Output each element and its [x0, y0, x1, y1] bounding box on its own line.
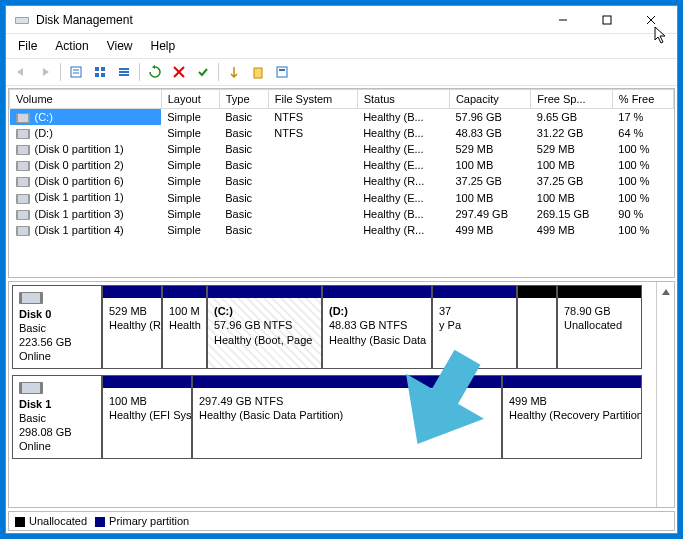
partition[interactable] [517, 285, 557, 369]
svg-rect-9 [95, 67, 99, 71]
volume-icon [16, 194, 30, 204]
new-button[interactable] [247, 61, 269, 83]
back-button[interactable] [10, 61, 32, 83]
menu-view[interactable]: View [99, 36, 141, 56]
svg-rect-11 [95, 73, 99, 77]
partition[interactable]: 78.90 GBUnallocated [557, 285, 642, 369]
maximize-button[interactable] [585, 6, 629, 34]
svg-rect-1 [16, 18, 28, 23]
disk-icon [19, 382, 43, 394]
table-row[interactable]: (Disk 0 partition 6)SimpleBasicHealthy (… [10, 173, 674, 189]
partition[interactable]: 100 MBHealthy (EFI System [102, 375, 192, 459]
volume-icon [16, 161, 30, 171]
volume-list-pane[interactable]: VolumeLayoutTypeFile SystemStatusCapacit… [8, 88, 675, 278]
disk-icon [19, 292, 43, 304]
menubar: File Action View Help [6, 34, 677, 58]
table-row[interactable]: (Disk 1 partition 4)SimpleBasicHealthy (… [10, 222, 674, 238]
disk-label[interactable]: Disk 0Basic223.56 GBOnline [12, 285, 102, 369]
action-button[interactable] [223, 61, 245, 83]
svg-rect-6 [71, 67, 81, 77]
disk-label[interactable]: Disk 1Basic298.08 GBOnline [12, 375, 102, 459]
check-button[interactable] [192, 61, 214, 83]
minimize-button[interactable] [541, 6, 585, 34]
table-row[interactable]: (Disk 1 partition 3)SimpleBasicHealthy (… [10, 206, 674, 222]
disk-map[interactable]: Disk 0Basic223.56 GBOnline529 MBHealthy … [9, 282, 656, 507]
scroll-up-icon[interactable] [659, 285, 673, 299]
legend: Unallocated Primary partition [8, 511, 675, 531]
detail-view-button[interactable] [113, 61, 135, 83]
column-header[interactable]: Status [357, 90, 449, 109]
partition[interactable]: 100 MHealth [162, 285, 207, 369]
menu-action[interactable]: Action [47, 36, 96, 56]
column-header[interactable]: Type [219, 90, 268, 109]
volume-icon [16, 113, 30, 123]
legend-unallocated: Unallocated [15, 515, 87, 527]
menu-file[interactable]: File [10, 36, 45, 56]
settings-button[interactable] [271, 61, 293, 83]
svg-rect-13 [119, 68, 129, 70]
list-view-button[interactable] [89, 61, 111, 83]
partition[interactable]: (D:)48.83 GB NTFSHealthy (Basic Data [322, 285, 432, 369]
svg-rect-12 [101, 73, 105, 77]
toolbar-separator [139, 63, 140, 81]
disk-graphic-pane: Disk 0Basic223.56 GBOnline529 MBHealthy … [8, 281, 675, 508]
svg-rect-20 [279, 69, 285, 71]
volume-table[interactable]: VolumeLayoutTypeFile SystemStatusCapacit… [9, 89, 674, 238]
column-header[interactable]: File System [268, 90, 357, 109]
volume-icon [16, 145, 30, 155]
window-title: Disk Management [36, 13, 541, 27]
toolbar [6, 58, 677, 86]
partition[interactable]: 297.49 GB NTFSHealthy (Basic Data Partit… [192, 375, 502, 459]
table-row[interactable]: (Disk 1 partition 1)SimpleBasicHealthy (… [10, 189, 674, 205]
volume-icon [16, 129, 30, 139]
disk-row: Disk 0Basic223.56 GBOnline529 MBHealthy … [12, 285, 653, 369]
column-header[interactable]: Volume [10, 90, 162, 109]
column-header[interactable]: Layout [161, 90, 219, 109]
menu-help[interactable]: Help [143, 36, 184, 56]
svg-rect-18 [254, 68, 262, 78]
svg-rect-14 [119, 71, 129, 73]
table-row[interactable]: (Disk 0 partition 1)SimpleBasicHealthy (… [10, 141, 674, 157]
app-icon [14, 12, 30, 28]
table-row[interactable]: (D:)SimpleBasicNTFSHealthy (B...48.83 GB… [10, 125, 674, 141]
column-header[interactable]: % Free [612, 90, 673, 109]
toolbar-separator [218, 63, 219, 81]
toolbar-separator [60, 63, 61, 81]
partition[interactable]: 529 MBHealthy (R [102, 285, 162, 369]
disk-row: Disk 1Basic298.08 GBOnline100 MBHealthy … [12, 375, 653, 459]
volume-icon [16, 210, 30, 220]
svg-rect-3 [603, 16, 611, 24]
delete-button[interactable] [168, 61, 190, 83]
partition[interactable]: (C:)57.96 GB NTFSHealthy (Boot, Page [207, 285, 322, 369]
forward-button[interactable] [34, 61, 56, 83]
svg-rect-15 [119, 74, 129, 76]
volume-icon [16, 226, 30, 236]
partition[interactable]: 499 MBHealthy (Recovery Partition) [502, 375, 642, 459]
table-row[interactable]: (C:)SimpleBasicNTFSHealthy (B...57.96 GB… [10, 109, 674, 126]
table-row[interactable]: (Disk 0 partition 2)SimpleBasicHealthy (… [10, 157, 674, 173]
svg-rect-10 [101, 67, 105, 71]
close-button[interactable] [629, 6, 673, 34]
volume-icon [16, 177, 30, 187]
column-header[interactable]: Capacity [449, 90, 530, 109]
legend-primary: Primary partition [95, 515, 189, 527]
scrollbar[interactable] [656, 282, 674, 507]
svg-rect-19 [277, 67, 287, 77]
content-area: VolumeLayoutTypeFile SystemStatusCapacit… [6, 86, 677, 533]
refresh-button[interactable] [144, 61, 166, 83]
partition[interactable]: 37y Pa [432, 285, 517, 369]
titlebar[interactable]: Disk Management [6, 6, 677, 34]
disk-management-window: Disk Management File Action View Help Vo… [5, 5, 678, 534]
properties-button[interactable] [65, 61, 87, 83]
column-header[interactable]: Free Sp... [531, 90, 612, 109]
